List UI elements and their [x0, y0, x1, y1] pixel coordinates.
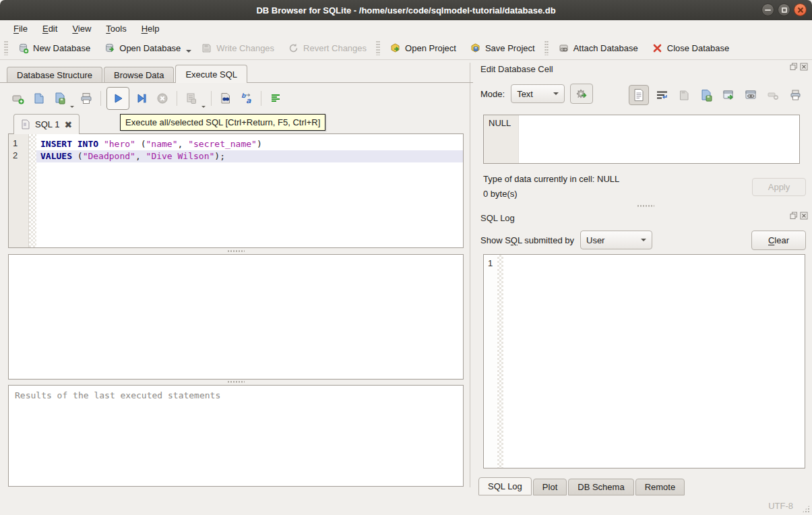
revert-changes-button: Revert Changes: [282, 39, 372, 57]
menu-help[interactable]: Help: [135, 22, 166, 36]
print-icon: [789, 89, 802, 102]
save-project-icon: [470, 42, 481, 54]
tab-database-structure[interactable]: Database Structure: [7, 67, 102, 83]
save-results-icon: [185, 92, 198, 105]
resize-grip[interactable]: [802, 505, 810, 513]
sql-log-dock-header[interactable]: SQL Log: [480, 212, 811, 224]
save-project-button[interactable]: Save Project: [464, 39, 540, 57]
write-changes-icon: [201, 42, 212, 54]
menu-view[interactable]: View: [65, 22, 98, 36]
panel-divider[interactable]: [470, 63, 470, 487]
tab-execute-sql[interactable]: Execute SQL: [175, 65, 247, 83]
mode-select[interactable]: Text: [511, 84, 565, 103]
close-dock-icon[interactable]: [800, 63, 808, 71]
menu-edit[interactable]: Edit: [36, 22, 64, 36]
find-replace-button[interactable]: b a: [238, 89, 255, 108]
write-changes-button: Write Changes: [195, 39, 280, 57]
toolbar-handle: [544, 40, 549, 55]
sql-file-icon: [21, 119, 30, 129]
minimize-icon: [765, 9, 771, 11]
close-dock-icon[interactable]: [800, 212, 808, 220]
format-sql-icon: [269, 92, 282, 105]
sql-log-view[interactable]: 1: [483, 254, 805, 468]
minimize-button[interactable]: [761, 3, 774, 16]
line-number: 2: [9, 150, 28, 162]
copy-link-button[interactable]: [742, 86, 760, 104]
log-margin: [497, 255, 503, 468]
cell-edit-area[interactable]: [519, 115, 799, 163]
sql-doc-tab[interactable]: SQL 1 ✖: [13, 114, 80, 134]
new-database-button[interactable]: New Database: [12, 39, 96, 57]
splitter-handle[interactable]: [8, 248, 464, 253]
attach-database-button[interactable]: Attach Database: [553, 39, 644, 57]
close-icon: [797, 7, 804, 13]
gear-icon: [575, 88, 588, 100]
toolbar-separator: [211, 91, 212, 106]
save-results-dropdown-caret: [201, 106, 206, 108]
encoding-indicator[interactable]: UTF-8: [768, 501, 793, 511]
submitted-by-select[interactable]: User: [580, 231, 652, 249]
open-sql-file-button[interactable]: [30, 89, 48, 108]
open-database-dropdown-caret[interactable]: [186, 50, 191, 53]
close-database-button[interactable]: Close Database: [646, 39, 735, 57]
open-in-external-button[interactable]: [720, 86, 738, 104]
float-dock-icon[interactable]: [790, 63, 798, 71]
format-sql-button[interactable]: [267, 89, 284, 108]
tab-browse-data[interactable]: Browse Data: [104, 67, 174, 83]
cell-value-editor[interactable]: NULL: [483, 115, 800, 164]
print-icon: [80, 92, 93, 105]
set-null-icon: [767, 89, 780, 102]
maximize-button[interactable]: [778, 3, 790, 16]
sql-code-editor[interactable]: 1 2 INSERT INTO "hero" ("name", "secret_…: [8, 133, 464, 248]
execute-tooltip: Execute all/selected SQL [Ctrl+Return, F…: [120, 114, 325, 131]
find-icon: [219, 92, 232, 105]
clear-log-button[interactable]: Clear: [751, 231, 806, 250]
execute-all-button[interactable]: [106, 87, 129, 110]
dock-tab-bar: SQL Log Plot DB Schema Remote: [478, 477, 685, 495]
stop-icon: [156, 92, 169, 105]
apply-button: Apply: [752, 178, 806, 196]
float-dock-icon[interactable]: [790, 212, 798, 220]
open-project-button[interactable]: Open Project: [384, 39, 462, 57]
find-button[interactable]: [217, 89, 235, 108]
menu-file[interactable]: File: [7, 22, 34, 36]
open-external-icon: [722, 89, 735, 102]
print-cell-button[interactable]: [786, 86, 805, 104]
new-sql-tab-button[interactable]: [9, 89, 27, 108]
open-database-button[interactable]: Open Database: [98, 39, 186, 57]
text-mode-button[interactable]: [629, 85, 649, 105]
save-sql-file-button[interactable]: [51, 89, 69, 108]
set-null-button: [764, 86, 782, 104]
text-document-icon: [633, 88, 645, 102]
export-data-button[interactable]: [697, 86, 716, 104]
window-controls: [761, 3, 807, 16]
word-wrap-button[interactable]: [653, 86, 671, 104]
toolbar-handle: [376, 40, 380, 55]
close-button[interactable]: [794, 3, 807, 16]
results-grid-pane[interactable]: [8, 254, 464, 380]
new-sql-tab-icon: [11, 92, 25, 105]
edit-cell-dock-header[interactable]: Edit Database Cell: [480, 63, 811, 75]
statusbar: UTF-8: [0, 493, 812, 515]
save-sql-dropdown-caret[interactable]: [70, 106, 74, 108]
open-sql-file-icon: [32, 92, 46, 105]
folding-margin: [29, 134, 36, 247]
import-data-button: [675, 86, 693, 104]
svg-text:a: a: [246, 96, 251, 105]
menu-tools[interactable]: Tools: [99, 22, 133, 36]
dock-tab-sql-log[interactable]: SQL Log: [478, 477, 532, 495]
log-line-number: 1: [484, 255, 497, 468]
mode-label: Mode:: [480, 89, 505, 99]
splitter-handle[interactable]: [8, 379, 464, 384]
menubar: File Edit View Tools Help: [0, 20, 812, 36]
auto-switch-mode-button[interactable]: [570, 84, 593, 104]
print-sql-button[interactable]: [77, 89, 95, 108]
execute-line-button[interactable]: [133, 89, 150, 108]
close-tab-icon[interactable]: ✖: [64, 120, 72, 129]
chevron-down-icon: [641, 239, 646, 241]
code-area[interactable]: INSERT INTO "hero" ("name", "secret_name…: [36, 134, 463, 247]
results-message-pane[interactable]: Results of the last executed statements: [8, 385, 464, 487]
word-wrap-icon: [656, 89, 668, 102]
line-number: 1: [9, 138, 28, 150]
splitter-handle[interactable]: [480, 203, 811, 208]
